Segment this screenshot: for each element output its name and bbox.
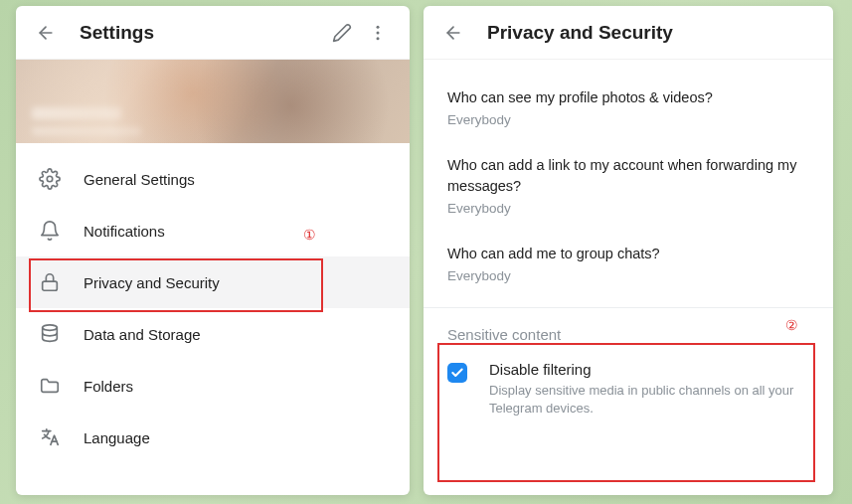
svg-point-6: [43, 325, 58, 331]
profile-status-blur: [32, 127, 141, 135]
profile-hero[interactable]: [16, 60, 410, 143]
svg-point-3: [377, 37, 380, 40]
sidebar-item-language[interactable]: Language: [16, 412, 410, 463]
back-button[interactable]: [34, 21, 58, 45]
privacy-row-photos[interactable]: Who can see my profile photos & videos? …: [447, 78, 809, 145]
sidebar-item-label: Privacy and Security: [84, 274, 220, 291]
privacy-panel: Privacy and Security Who can see my prof…: [424, 6, 833, 495]
disable-filtering-row[interactable]: Disable filtering Display sensitive medi…: [424, 351, 833, 437]
privacy-row-groups[interactable]: Who can add me to group chats? Everybody: [447, 234, 809, 301]
privacy-options: Who can see my profile photos & videos? …: [424, 60, 833, 307]
settings-list: General Settings Notifications Privacy a…: [16, 143, 410, 463]
language-icon: [38, 425, 62, 449]
sidebar-item-notifications[interactable]: Notifications: [16, 205, 410, 256]
privacy-answer: Everybody: [447, 112, 809, 127]
sidebar-item-label: Language: [84, 429, 150, 446]
privacy-appbar: Privacy and Security: [424, 6, 833, 60]
edit-button[interactable]: [324, 15, 360, 51]
checkbox-desc: Display sensitive media in public channe…: [489, 382, 809, 418]
dots-vertical-icon: [368, 23, 388, 43]
settings-appbar: Settings: [16, 6, 410, 60]
page-title: Settings: [80, 22, 324, 44]
page-title: Privacy and Security: [487, 22, 819, 44]
sidebar-item-folders[interactable]: Folders: [16, 360, 410, 412]
sidebar-item-privacy[interactable]: Privacy and Security: [16, 256, 410, 308]
privacy-question: Who can add a link to my account when fo…: [447, 155, 809, 196]
sidebar-item-data[interactable]: Data and Storage: [16, 308, 410, 360]
sidebar-item-label: Notifications: [84, 223, 165, 240]
privacy-row-forward[interactable]: Who can add a link to my account when fo…: [447, 145, 809, 234]
sidebar-item-label: Folders: [84, 378, 133, 395]
pencil-icon: [332, 23, 352, 43]
sidebar-item-label: Data and Storage: [84, 326, 201, 343]
gear-icon: [38, 167, 62, 191]
svg-point-2: [377, 31, 380, 34]
svg-point-4: [47, 176, 53, 182]
arrow-left-icon: [443, 23, 463, 43]
database-icon: [38, 322, 62, 346]
bell-icon: [38, 219, 62, 243]
checkbox-title: Disable filtering: [489, 361, 809, 378]
back-button[interactable]: [441, 21, 465, 45]
privacy-answer: Everybody: [447, 201, 809, 216]
lock-icon: [38, 270, 62, 294]
privacy-answer: Everybody: [447, 268, 809, 283]
checkbox-text: Disable filtering Display sensitive medi…: [489, 361, 809, 418]
more-button[interactable]: [360, 15, 396, 51]
profile-name-blur: [32, 107, 121, 119]
sidebar-item-label: General Settings: [84, 171, 195, 188]
checkbox-checked[interactable]: [447, 363, 467, 383]
check-icon: [450, 366, 464, 380]
privacy-question: Who can add me to group chats?: [447, 244, 809, 263]
section-title-sensitive: Sensitive content: [424, 308, 833, 351]
sidebar-item-general[interactable]: General Settings: [16, 153, 410, 205]
svg-point-1: [377, 25, 380, 28]
arrow-left-icon: [36, 23, 56, 43]
privacy-question: Who can see my profile photos & videos?: [447, 87, 809, 107]
svg-rect-5: [43, 281, 58, 290]
settings-panel: Settings General Settings Notifications: [16, 6, 410, 495]
folder-icon: [38, 374, 62, 398]
